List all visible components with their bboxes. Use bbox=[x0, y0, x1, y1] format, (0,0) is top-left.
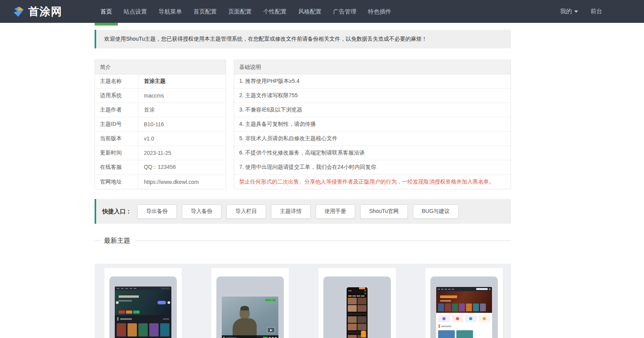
theme-detail-button[interactable]: 主题详情 bbox=[271, 204, 311, 219]
nav-item-nav-menu[interactable]: 导航菜单 bbox=[153, 0, 188, 23]
user-menu-label: 我的 bbox=[560, 8, 572, 15]
theme-card[interactable] bbox=[211, 268, 289, 338]
notes-table-title: 基础说明 bbox=[234, 60, 511, 74]
main-nav-menu: 首页 站点设置 导航菜单 首页配置 页面配置 个性配置 风格配置 广告管理 特色… bbox=[95, 0, 397, 23]
table-row: 主题名称 首涂主题 bbox=[95, 74, 226, 89]
row-value: 2023-11-25 bbox=[138, 146, 171, 160]
table-row: 更新时间 2023-11-25 bbox=[95, 146, 226, 160]
play-button-icon bbox=[267, 327, 275, 333]
theme-thumbnail bbox=[430, 276, 498, 338]
mock-app-header bbox=[348, 293, 366, 294]
intro-table-title: 简介 bbox=[95, 60, 226, 74]
latest-themes-title: 最新主题 bbox=[104, 236, 130, 245]
nav-item-ad-manage[interactable]: 广告管理 bbox=[327, 0, 362, 23]
mock-tab-bar bbox=[348, 295, 366, 297]
row-label: 官网地址 bbox=[95, 175, 138, 189]
theme-card[interactable] bbox=[104, 268, 182, 338]
row-label: 适用系统 bbox=[95, 89, 138, 103]
mock-navbar bbox=[115, 287, 171, 290]
welcome-text: 欢迎使用ShouTu主题，您已获得授权使用本主题管理系统，在您配置或修改文件前请… bbox=[104, 36, 427, 43]
brand-text: 首涂网 bbox=[28, 4, 62, 19]
mock-hero-banner bbox=[115, 290, 171, 315]
chevron-down-icon bbox=[574, 10, 578, 13]
note-row: 1. 推荐使用PHP版本≥5.4 bbox=[234, 74, 511, 89]
official-site-button[interactable]: ShouTu官网 bbox=[360, 204, 408, 219]
quick-entry-bar: 快捷入口： 导出备份 导入备份 导入栏目 主题详情 使用手册 ShouTu官网 … bbox=[95, 199, 511, 224]
quick-entry-label: 快捷入口： bbox=[102, 208, 131, 215]
arrow-left-icon bbox=[116, 301, 119, 304]
divider bbox=[135, 240, 511, 241]
mock-section-caption bbox=[436, 324, 492, 329]
mock-player-controls bbox=[222, 335, 278, 338]
nav-item-home[interactable]: 首页 bbox=[95, 0, 118, 23]
row-value: 首涂 bbox=[138, 103, 155, 117]
row-label: 在线客服 bbox=[95, 160, 138, 174]
intro-table: 简介 主题名称 首涂主题 适用系统 maccms 主题作者 首涂 主题ID号 B… bbox=[95, 60, 226, 189]
table-row: 主题ID号 B10-116 bbox=[95, 117, 226, 132]
note-row: 3. 不兼容IE8及以下浏览器 bbox=[234, 103, 511, 117]
nav-item-site-settings[interactable]: 站点设置 bbox=[118, 0, 153, 23]
arrow-right-icon bbox=[167, 301, 170, 304]
row-value: B10-116 bbox=[138, 117, 164, 131]
desktop-light-theme-preview bbox=[436, 287, 492, 338]
row-value: maccms bbox=[138, 89, 164, 103]
mobile-app-theme-preview bbox=[347, 287, 368, 338]
main-content: 欢迎使用ShouTu主题，您已获得授权使用本主题管理系统，在您配置或修改文件前请… bbox=[95, 30, 511, 338]
latest-themes-heading: 最新主题 bbox=[95, 236, 511, 245]
table-row: 适用系统 maccms bbox=[95, 89, 226, 103]
row-value: QQ：123456 bbox=[138, 160, 176, 174]
mock-floating-badge bbox=[361, 331, 366, 337]
warning-row: 禁止任何形式的二次出售、分享他人等侵害作者及正版用户的行为，一经发现取消授权资格… bbox=[234, 175, 511, 189]
row-value: v1.0 bbox=[138, 132, 154, 146]
brand-icon bbox=[12, 5, 25, 18]
row-label: 当前版本 bbox=[95, 132, 138, 146]
table-row: 当前版本 v1.0 bbox=[95, 132, 226, 146]
theme-thumbnail bbox=[109, 276, 177, 338]
mock-feature-cards bbox=[436, 313, 492, 324]
note-row: 7. 使用中出现问题请提交工单，我们会在24小时内回复你 bbox=[234, 160, 511, 175]
brand-logo[interactable]: 首涂网 bbox=[12, 0, 62, 23]
bug-suggestion-button[interactable]: BUG与建议 bbox=[413, 204, 459, 219]
desktop-dark-theme-preview bbox=[115, 287, 171, 338]
export-backup-button[interactable]: 导出备份 bbox=[137, 204, 177, 219]
welcome-banner: 欢迎使用ShouTu主题，您已获得授权使用本主题管理系统，在您配置或修改文件前请… bbox=[95, 30, 511, 48]
mock-play-button bbox=[157, 301, 166, 304]
nav-item-style-config[interactable]: 风格配置 bbox=[292, 0, 327, 23]
navbar-right: 我的 前台 bbox=[560, 0, 602, 23]
video-player-theme-preview bbox=[222, 297, 278, 338]
mock-player-logo bbox=[265, 299, 276, 301]
row-label: 主题名称 bbox=[95, 74, 138, 88]
mock-status-bar bbox=[348, 290, 366, 292]
theme-card[interactable] bbox=[425, 268, 503, 338]
note-row: 6. 不提供个性化修改服务，高端定制请联系客服洽谈 bbox=[234, 146, 511, 160]
mock-banner-strip bbox=[119, 311, 140, 314]
frontend-link[interactable]: 前台 bbox=[590, 8, 602, 15]
theme-card[interactable] bbox=[318, 268, 396, 338]
row-label: 主题作者 bbox=[95, 103, 138, 117]
mock-navbar bbox=[436, 287, 492, 291]
row-value-official-site: https://www.dkewl.com bbox=[138, 175, 199, 189]
theme-thumbnail bbox=[323, 276, 391, 338]
mock-poster-strip bbox=[438, 304, 486, 311]
table-row: 在线客服 QQ：123456 bbox=[95, 160, 226, 175]
top-navbar: 首涂网 首页 站点设置 导航菜单 首页配置 页面配置 个性配置 风格配置 广告管… bbox=[0, 0, 644, 23]
mock-section-caption bbox=[115, 315, 171, 323]
row-label: 更新时间 bbox=[95, 146, 138, 160]
table-row: 主题作者 首涂 bbox=[95, 103, 226, 117]
info-tables: 简介 主题名称 首涂主题 适用系统 maccms 主题作者 首涂 主题ID号 B… bbox=[95, 60, 511, 189]
import-backup-button[interactable]: 导入备份 bbox=[182, 204, 221, 219]
note-row: 4. 主题具备可复制性，请勿传播 bbox=[234, 117, 511, 132]
row-value: 首涂主题 bbox=[138, 74, 166, 88]
manual-button[interactable]: 使用手册 bbox=[316, 204, 355, 219]
user-menu[interactable]: 我的 bbox=[560, 8, 578, 15]
nav-item-plugins[interactable]: 特色插件 bbox=[362, 0, 397, 23]
nav-item-personal-config[interactable]: 个性配置 bbox=[257, 0, 292, 23]
mock-person bbox=[240, 307, 250, 319]
nav-item-page-config[interactable]: 页面配置 bbox=[223, 0, 257, 23]
nav-item-home-config[interactable]: 首页配置 bbox=[188, 0, 223, 23]
theme-thumbnail bbox=[216, 276, 284, 338]
import-category-button[interactable]: 导入栏目 bbox=[226, 204, 266, 219]
note-row: 5. 非技术人员请勿私自修改主题核心文件 bbox=[234, 132, 511, 146]
themes-panel bbox=[95, 264, 511, 338]
table-row: 官网地址 https://www.dkewl.com bbox=[95, 175, 226, 189]
